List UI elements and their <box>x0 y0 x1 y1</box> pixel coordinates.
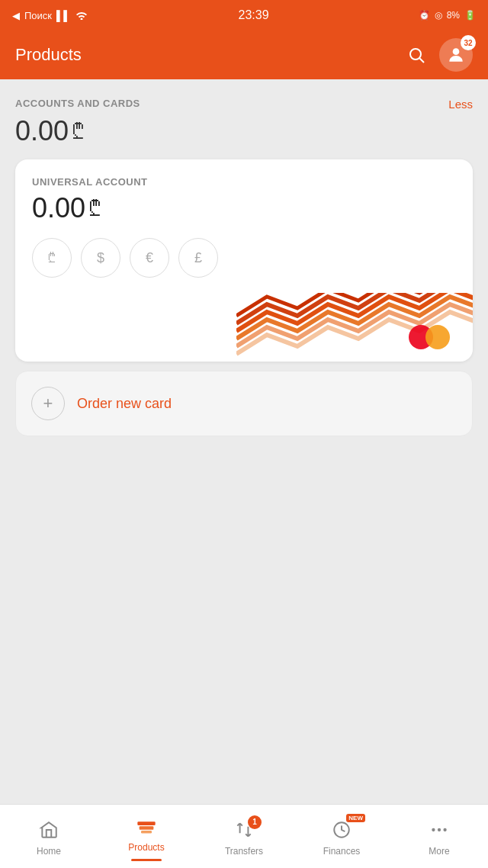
battery-icon: 🔋 <box>464 10 476 21</box>
finances-icon: NEW <box>332 820 352 843</box>
avatar-badge: 32 <box>461 35 476 50</box>
header: Products 32 <box>0 31 488 79</box>
plus-icon: + <box>31 387 65 420</box>
page-title: Products <box>15 45 82 65</box>
order-card-button[interactable]: + Order new card <box>15 371 473 436</box>
svg-point-0 <box>410 49 421 59</box>
svg-line-1 <box>420 59 425 63</box>
products-icon <box>136 815 157 839</box>
svg-rect-3 <box>137 821 155 825</box>
battery-label: 8% <box>447 10 460 21</box>
svg-rect-4 <box>140 826 154 830</box>
card-currency-symbol: ₾ <box>90 196 101 221</box>
nav-item-finances[interactable]: NEW Finances <box>293 814 390 860</box>
carrier-label: Поиск <box>24 10 52 21</box>
card-balance-value: 0.00 <box>32 192 85 224</box>
card-title: UNIVERSAL ACCOUNT <box>32 176 456 188</box>
less-button[interactable]: Less <box>448 98 473 111</box>
currency-row: ₾ $ € £ <box>32 238 456 293</box>
card-decoration <box>15 293 473 362</box>
status-left: ◀ Поиск ▌▌ <box>12 9 88 22</box>
svg-rect-5 <box>141 831 152 834</box>
svg-point-2 <box>453 48 460 55</box>
back-arrow: ◀ <box>12 10 20 21</box>
bottom-nav: Home Products 1 Transfers <box>0 804 488 868</box>
currency-btn-gel[interactable]: ₾ <box>32 238 72 278</box>
status-bar: ◀ Поиск ▌▌ 23:39 ⏰ ◎ 8% 🔋 <box>0 0 488 31</box>
header-icons: 32 <box>407 38 473 72</box>
accounts-balance-value: 0.00 <box>15 115 69 147</box>
home-icon <box>39 820 59 843</box>
main-content: ACCOUNTS AND CARDS Less 0.00 ₾ UNIVERSAL… <box>0 79 488 448</box>
nav-label-finances: Finances <box>323 846 361 857</box>
order-card-label: Order new card <box>77 396 172 412</box>
nav-item-products[interactable]: Products <box>98 809 195 864</box>
active-indicator <box>131 859 162 861</box>
transfers-icon: 1 <box>234 820 254 843</box>
nav-item-transfers[interactable]: 1 Transfers <box>195 814 293 860</box>
alarm-icon: ⏰ <box>419 10 430 21</box>
search-button[interactable] <box>407 46 425 64</box>
more-icon <box>429 820 449 843</box>
finances-new-badge: NEW <box>346 814 365 822</box>
svg-point-7 <box>432 828 435 831</box>
nav-label-home: Home <box>37 846 61 857</box>
mastercard-logo <box>409 325 450 349</box>
currency-btn-gbp[interactable]: £ <box>178 238 218 278</box>
wifi-icon <box>75 9 88 22</box>
nav-label-products: Products <box>128 842 164 853</box>
accounts-balance: 0.00 ₾ <box>15 115 473 147</box>
avatar-button[interactable]: 32 <box>439 38 473 72</box>
svg-point-9 <box>443 828 446 831</box>
nav-label-transfers: Transfers <box>225 846 263 857</box>
nav-label-more: More <box>429 846 449 857</box>
transfers-badge: 1 <box>248 815 262 829</box>
currency-btn-usd[interactable]: $ <box>81 238 120 278</box>
accounts-label: ACCOUNTS AND CARDS <box>15 98 140 109</box>
mc-circle-orange <box>425 325 450 349</box>
location-icon: ◎ <box>435 10 442 21</box>
status-time: 23:39 <box>239 8 269 22</box>
currency-btn-eur[interactable]: € <box>130 238 169 278</box>
signal-icon: ▌▌ <box>56 10 70 21</box>
status-right: ⏰ ◎ 8% 🔋 <box>419 10 476 21</box>
universal-account-card[interactable]: UNIVERSAL ACCOUNT 0.00 ₾ ₾ $ € £ <box>15 159 473 362</box>
card-balance: 0.00 ₾ <box>32 192 456 224</box>
accounts-section-header: ACCOUNTS AND CARDS Less <box>15 98 473 111</box>
accounts-currency-symbol: ₾ <box>73 119 85 144</box>
card-inner: UNIVERSAL ACCOUNT 0.00 ₾ ₾ $ € £ <box>15 159 473 293</box>
svg-point-8 <box>438 828 441 831</box>
nav-item-more[interactable]: More <box>390 814 488 860</box>
nav-item-home[interactable]: Home <box>0 814 98 860</box>
